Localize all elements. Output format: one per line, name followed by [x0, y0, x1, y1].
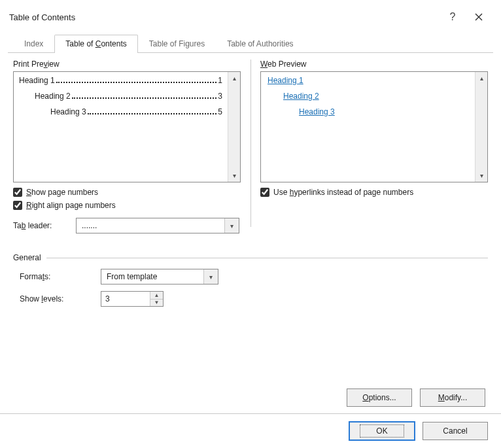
- tab-table-of-contents[interactable]: Table of Contents: [54, 35, 137, 53]
- pane-divider: [250, 60, 251, 227]
- tab-table-of-authorities[interactable]: Table of Authorities: [216, 35, 304, 53]
- scroll-down-icon[interactable]: ▾: [228, 169, 240, 182]
- general-legend: General: [13, 253, 41, 262]
- help-button[interactable]: ?: [440, 8, 466, 26]
- show-levels-value[interactable]: 3: [101, 292, 150, 306]
- tab-leader-select[interactable]: ....... ▾: [76, 218, 239, 233]
- dialog-title: Table of Contents: [9, 12, 75, 22]
- web-preview-box: Heading 1 Heading 2 Heading 3 ▴ ▾: [260, 71, 488, 182]
- web-preview-scrollbar[interactable]: ▴ ▾: [475, 72, 487, 182]
- titlebar: Table of Contents ?: [0, 1, 501, 34]
- web-preview-label: Web Preview: [260, 60, 488, 69]
- scroll-up-icon[interactable]: ▴: [228, 72, 240, 84]
- close-icon: [475, 13, 483, 21]
- spinner-down-icon[interactable]: ▼: [150, 299, 163, 307]
- right-align-input[interactable]: [13, 201, 22, 210]
- print-preview-page: 3: [218, 92, 222, 101]
- options-button[interactable]: Options...: [347, 388, 412, 407]
- print-preview-page: 1: [218, 76, 222, 85]
- formats-label: Formats:: [20, 272, 101, 281]
- chevron-down-icon: ▾: [203, 269, 218, 284]
- print-preview-heading: Heading 2: [35, 92, 71, 101]
- ok-button[interactable]: OK: [349, 422, 415, 440]
- general-group: General Formats: From template ▾ Show le…: [13, 253, 488, 313]
- scroll-down-icon[interactable]: ▾: [475, 169, 487, 182]
- scroll-up-icon[interactable]: ▴: [475, 72, 487, 84]
- print-preview-heading: Heading 3: [50, 107, 86, 116]
- dialog-footer: OK Cancel: [0, 413, 501, 440]
- tab-leader-label: Tab leader:: [13, 221, 76, 230]
- print-preview: Heading 11 Heading 23 Heading 35: [14, 72, 228, 182]
- print-preview-page: 5: [218, 107, 222, 116]
- close-button[interactable]: [466, 8, 492, 26]
- modify-button[interactable]: Modify...: [420, 388, 485, 407]
- formats-value: From template: [107, 272, 203, 281]
- show-levels-spinner[interactable]: 3 ▲ ▼: [101, 291, 164, 307]
- use-hyperlinks-checkbox[interactable]: Use hyperlinks instead of page numbers: [260, 188, 488, 197]
- table-of-contents-dialog: Table of Contents ? Index Table of Conte…: [0, 0, 501, 448]
- tab-index[interactable]: Index: [13, 35, 54, 53]
- web-preview-link: Heading 3: [299, 107, 468, 116]
- show-page-numbers-checkbox[interactable]: Show page numbers: [13, 188, 241, 197]
- formats-select[interactable]: From template ▾: [101, 269, 218, 284]
- web-preview: Heading 1 Heading 2 Heading 3: [261, 72, 475, 182]
- show-page-numbers-input[interactable]: [13, 188, 22, 197]
- web-preview-link: Heading 2: [283, 92, 468, 101]
- tabstrip: Index Table of Contents Table of Figures…: [8, 34, 493, 53]
- print-preview-scrollbar[interactable]: ▴ ▾: [228, 72, 240, 182]
- cancel-button[interactable]: Cancel: [423, 422, 488, 440]
- print-preview-heading: Heading 1: [19, 76, 55, 85]
- print-preview-label: Print Preview: [13, 60, 241, 69]
- right-align-checkbox[interactable]: Right align page numbers: [13, 201, 241, 210]
- spinner-up-icon[interactable]: ▲: [150, 292, 163, 299]
- tab-table-of-figures[interactable]: Table of Figures: [138, 35, 216, 53]
- print-preview-box: Heading 11 Heading 23 Heading 35 ▴ ▾: [13, 71, 241, 182]
- tab-leader-value: .......: [82, 221, 224, 230]
- use-hyperlinks-input[interactable]: [260, 188, 269, 197]
- chevron-down-icon: ▾: [224, 218, 239, 233]
- web-preview-link: Heading 1: [268, 76, 468, 85]
- show-levels-label: Show levels:: [20, 294, 101, 303]
